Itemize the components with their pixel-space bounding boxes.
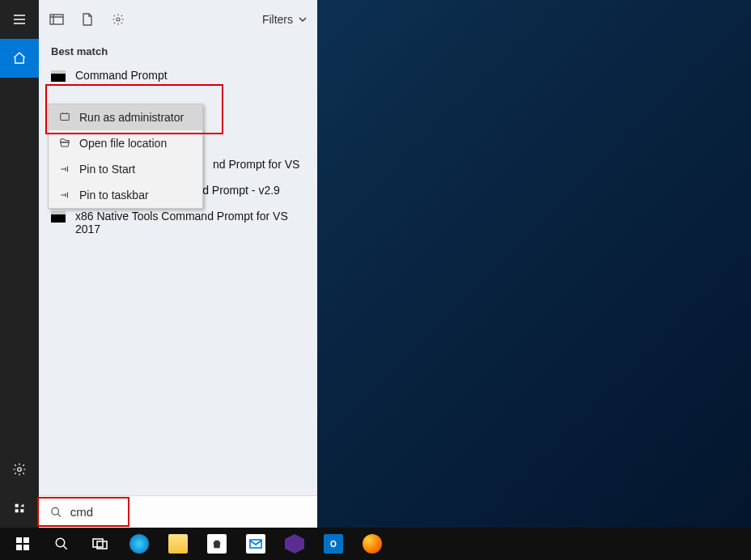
context-menu: Run as administrator Open file location … bbox=[48, 104, 203, 209]
start-rail bbox=[0, 0, 39, 528]
svg-point-9 bbox=[56, 538, 65, 547]
ctx-label: Pin to taskbar bbox=[79, 189, 149, 202]
ctx-label: Open file location bbox=[79, 137, 167, 150]
taskbar: O bbox=[0, 528, 751, 560]
power-button[interactable] bbox=[0, 489, 39, 528]
search-input[interactable] bbox=[70, 505, 306, 519]
taskbar-app-vs[interactable] bbox=[275, 528, 314, 560]
search-box[interactable] bbox=[39, 495, 317, 528]
svg-rect-1 bbox=[50, 15, 63, 24]
pin-icon bbox=[58, 189, 71, 202]
apps-icon[interactable] bbox=[49, 11, 65, 28]
filters-label: Filters bbox=[262, 13, 293, 26]
ctx-pin-start[interactable]: Pin to Start bbox=[49, 156, 202, 182]
shield-icon bbox=[58, 111, 71, 124]
search-icon bbox=[50, 506, 62, 519]
result-label: nd Prompt for VS bbox=[213, 158, 299, 171]
document-icon[interactable] bbox=[79, 11, 95, 28]
cmd-icon bbox=[51, 70, 66, 82]
pin-icon bbox=[58, 163, 71, 176]
ctx-pin-taskbar[interactable]: Pin to taskbar bbox=[49, 182, 202, 208]
search-panel: Filters Best match Command Prompt nd Pro… bbox=[39, 0, 317, 528]
task-view-button[interactable] bbox=[81, 528, 120, 560]
svg-point-3 bbox=[52, 507, 59, 515]
taskbar-app-explorer[interactable] bbox=[159, 528, 197, 560]
start-button[interactable] bbox=[3, 528, 42, 560]
taskbar-app-store[interactable] bbox=[197, 528, 236, 560]
gear-icon[interactable] bbox=[110, 11, 126, 28]
filters-dropdown[interactable]: Filters bbox=[262, 13, 308, 26]
group-label: Best match bbox=[39, 39, 317, 62]
hamburger-button[interactable] bbox=[0, 0, 39, 39]
result-x86-vs-prompt[interactable]: x86 Native Tools Command Prompt for VS 2… bbox=[39, 203, 317, 242]
svg-rect-6 bbox=[23, 537, 29, 543]
svg-rect-8 bbox=[23, 545, 29, 550]
svg-point-0 bbox=[18, 468, 22, 472]
settings-button[interactable] bbox=[0, 450, 39, 489]
svg-rect-5 bbox=[16, 537, 22, 543]
svg-rect-10 bbox=[93, 539, 103, 547]
taskbar-app-edge[interactable] bbox=[120, 528, 159, 560]
ctx-run-as-admin[interactable]: Run as administrator bbox=[49, 104, 202, 130]
taskbar-app-mail[interactable] bbox=[236, 528, 275, 560]
result-label: Command Prompt bbox=[75, 69, 168, 82]
home-button[interactable] bbox=[0, 39, 39, 78]
ctx-label: Run as administrator bbox=[79, 111, 184, 124]
svg-rect-4 bbox=[61, 113, 70, 120]
result-command-prompt[interactable]: Command Prompt bbox=[39, 62, 317, 88]
ctx-open-location[interactable]: Open file location bbox=[49, 130, 202, 156]
svg-rect-12 bbox=[250, 540, 261, 548]
svg-point-2 bbox=[117, 18, 120, 21]
svg-rect-7 bbox=[16, 545, 22, 550]
folder-icon bbox=[58, 137, 71, 150]
cmd-icon bbox=[51, 211, 66, 223]
taskbar-search-button[interactable] bbox=[42, 528, 81, 560]
result-label: x86 Native Tools Command Prompt for VS 2… bbox=[75, 210, 294, 235]
taskbar-app-outlook[interactable]: O bbox=[314, 528, 353, 560]
chevron-down-icon bbox=[298, 15, 308, 24]
taskbar-app-firefox[interactable] bbox=[353, 528, 392, 560]
ctx-label: Pin to Start bbox=[79, 163, 135, 176]
panel-toolbar: Filters bbox=[39, 0, 317, 39]
